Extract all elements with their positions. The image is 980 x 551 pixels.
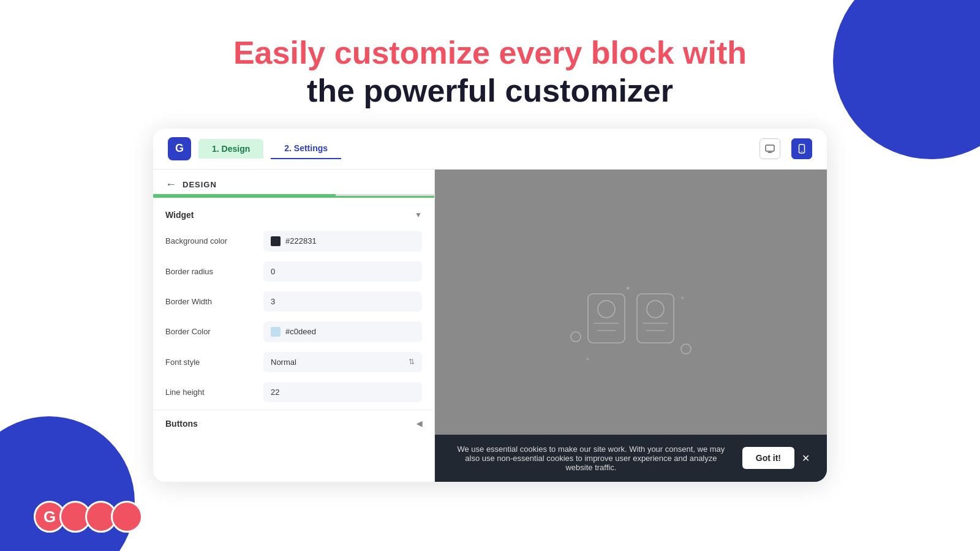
cookie-got-button[interactable]: Got it!: [742, 447, 794, 469]
svg-text:✦: ✦: [680, 294, 685, 301]
background-color-text: #222831: [285, 236, 317, 246]
window-topbar: G 1. Design 2. Settings: [153, 129, 827, 170]
header-section: Easily customize every block with the po…: [0, 0, 980, 129]
panel-header: ← DESIGN: [153, 170, 434, 198]
header-line1: Easily customize every block with: [0, 34, 980, 72]
panel-content: Widget ▼ Background color #222831 Border…: [153, 198, 434, 482]
svg-text:✦: ✦: [625, 284, 631, 293]
widget-section-header[interactable]: Widget ▼: [153, 204, 434, 226]
svg-point-5: [681, 344, 691, 354]
background-color-row: Background color #222831: [153, 226, 434, 257]
buttons-section-header[interactable]: Buttons ◀: [153, 413, 434, 435]
mobile-view-button[interactable]: [791, 138, 812, 159]
font-style-select[interactable]: Normal ⇅: [263, 352, 422, 372]
border-radius-value[interactable]: 0: [263, 261, 422, 282]
window-body: ← DESIGN Widget ▼ Background color #: [153, 170, 827, 482]
font-style-label: Font style: [165, 358, 263, 367]
svg-point-7: [598, 301, 615, 318]
widget-section-label: Widget: [165, 210, 194, 220]
border-color-row: Border Color #c0deed: [153, 317, 434, 347]
background-color-label: Background color: [165, 236, 263, 246]
panel-progress-fill: [153, 194, 336, 196]
svg-point-4: [571, 332, 581, 342]
border-width-row: Border Width 3: [153, 287, 434, 317]
left-panel: ← DESIGN Widget ▼ Background color #: [153, 170, 435, 482]
border-radius-label: Border radius: [165, 267, 263, 276]
app-logo: G: [168, 137, 191, 160]
border-color-swatch: [271, 327, 281, 337]
svg-rect-0: [766, 145, 774, 151]
tab-design[interactable]: 1. Design: [198, 139, 263, 159]
border-width-text: 3: [271, 297, 275, 306]
border-color-text: #c0deed: [285, 327, 316, 336]
back-button[interactable]: ←: [165, 178, 176, 191]
line-height-text: 22: [271, 388, 279, 397]
widget-illustration: ✦ ✦ ✦: [539, 257, 723, 394]
cookie-text: We use essential cookies to make our sit…: [452, 444, 730, 472]
ui-window: G 1. Design 2. Settings ← DESIGN: [153, 129, 827, 482]
border-width-label: Border Width: [165, 297, 263, 306]
tab-settings[interactable]: 2. Settings: [271, 138, 341, 159]
border-radius-row: Border radius 0: [153, 257, 434, 287]
cookie-banner: We use essential cookies to make our sit…: [435, 435, 827, 482]
border-width-value[interactable]: 3: [263, 291, 422, 312]
svg-rect-10: [637, 294, 674, 343]
svg-text:✦: ✦: [585, 356, 590, 362]
background-color-swatch: [271, 236, 281, 246]
buttons-chevron-icon: ◀: [417, 419, 422, 428]
divider: [153, 410, 434, 410]
right-panel: ✦ ✦ ✦ We use essential cookies to make o…: [435, 170, 827, 482]
buttons-section-label: Buttons: [165, 419, 198, 429]
svg-rect-6: [588, 294, 625, 343]
line-height-value[interactable]: 22: [263, 382, 422, 402]
svg-point-3: [801, 151, 802, 152]
border-color-label: Border Color: [165, 327, 263, 336]
widget-chevron-icon: ▼: [415, 211, 422, 219]
font-style-arrows-icon: ⇅: [409, 358, 415, 366]
panel-title: DESIGN: [183, 180, 217, 189]
border-radius-text: 0: [271, 267, 275, 276]
svg-point-11: [647, 301, 664, 318]
border-color-value[interactable]: #c0deed: [263, 321, 422, 342]
cookie-close-icon[interactable]: ✕: [802, 452, 810, 464]
desktop-view-button[interactable]: [760, 138, 780, 159]
header-line2: the powerful customizer: [0, 72, 980, 110]
font-style-value: Normal: [271, 358, 296, 367]
logo-o3-icon: [111, 501, 143, 533]
panel-progress: [153, 194, 434, 196]
line-height-row: Line height 22: [153, 377, 434, 407]
bottom-logo: G: [34, 501, 143, 533]
font-style-row: Font style Normal ⇅: [153, 347, 434, 377]
background-color-value[interactable]: #222831: [263, 231, 422, 252]
line-height-label: Line height: [165, 388, 263, 397]
